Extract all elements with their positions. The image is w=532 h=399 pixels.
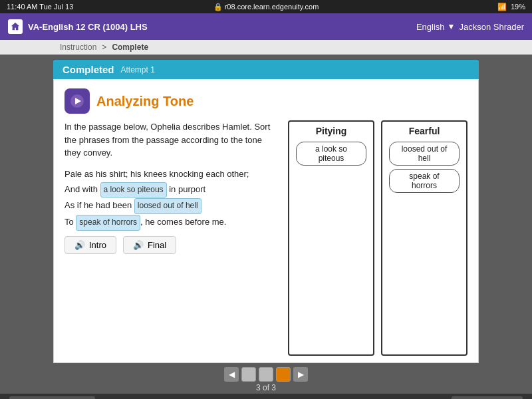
page-label: 3 of 3 [256, 383, 276, 392]
card-title: Analyzing Tone [96, 94, 194, 109]
next-activity-button[interactable]: Next Activity ▶ [452, 396, 523, 399]
page-controls: ◀ ▶ [224, 367, 308, 382]
passage-line-1: Pale as his shirt; his knees knocking ea… [65, 166, 277, 182]
page-1-indicator[interactable] [241, 367, 256, 382]
wifi-icon: 📶 [497, 3, 507, 11]
language-dropdown-icon: ▼ [448, 22, 456, 31]
top-nav-left: VA-English 12 CR (1004) LHS [8, 19, 148, 34]
fearful-column: Fearful loosed out of hell speak of horr… [381, 120, 467, 356]
pitying-column: Pitying a look so piteous [288, 120, 374, 356]
previous-activity-button[interactable]: ◀ Previous Activity [9, 396, 95, 399]
top-nav: VA-English 12 CR (1004) LHS English ▼ Ja… [0, 13, 532, 40]
passage-line-4: To speak of horrors, he comes before me. [65, 214, 277, 231]
pitying-header: Pitying [316, 126, 347, 136]
bottom-nav: ◀ Previous Activity Next Activity ▶ [0, 394, 532, 399]
card-header: Analyzing Tone [65, 88, 467, 114]
pagination-bar: ◀ ▶ 3 of 3 [0, 363, 532, 394]
passage-line-2: And with a look so piteous in purport [65, 182, 277, 198]
try-it-badge [70, 94, 84, 108]
language-label: English [416, 22, 445, 32]
fearful-header: Fearful [409, 126, 440, 136]
status-time: 11:40 AM Tue Jul 13 [7, 3, 73, 11]
intro-button[interactable]: 🔊 Intro [65, 236, 116, 254]
passage-line-3: As if he had been loosed out of hell [65, 198, 277, 214]
breadcrumb: Instruction > Complete [0, 40, 532, 55]
final-label: Final [148, 240, 166, 250]
instructions-section: In the passage below, Ophelia describes … [65, 120, 277, 356]
next-page-button[interactable]: ▶ [293, 367, 308, 382]
completed-banner: Completed Attempt 1 [53, 60, 479, 79]
speaker-icon: 🔊 [74, 240, 85, 250]
fearful-chip-1[interactable]: loosed out of hell [389, 142, 460, 166]
page-3-indicator[interactable] [276, 367, 291, 382]
instructions-text: In the passage below, Ophelia describes … [65, 120, 277, 160]
prev-page-button[interactable]: ◀ [224, 367, 239, 382]
course-title: VA-English 12 CR (1004) LHS [28, 22, 148, 32]
breadcrumb-instruction[interactable]: Instruction [60, 43, 96, 52]
attempt-label: Attempt 1 [121, 65, 155, 74]
card-body: In the passage below, Ophelia describes … [65, 120, 467, 356]
audio-row: 🔊 Intro 🔊 Final [65, 236, 277, 254]
final-button[interactable]: 🔊 Final [123, 236, 176, 254]
user-name: Jackson Shrader [459, 22, 524, 32]
activity-card: Analyzing Tone In the passage below, Oph… [53, 79, 479, 363]
intro-label: Intro [89, 240, 106, 250]
battery-indicator: 19% [511, 3, 525, 11]
try-it-icon [65, 88, 90, 114]
phrase-piteous[interactable]: a look so piteous [100, 182, 167, 198]
status-url: 🔒 r08.core.learn.edgenuity.com [213, 3, 319, 11]
top-nav-right: English ▼ Jackson Shrader [416, 22, 524, 32]
completed-label: Completed [63, 64, 114, 75]
breadcrumb-complete: Complete [112, 43, 148, 52]
pitying-chip-1[interactable]: a look so piteous [296, 142, 366, 166]
home-button[interactable] [8, 19, 23, 34]
breadcrumb-separator: > [102, 43, 106, 52]
phrase-loosed[interactable]: loosed out of hell [134, 198, 201, 214]
status-indicators: 📶 19% [497, 3, 525, 11]
passage-text: Pale as his shirt; his knees knocking ea… [65, 166, 277, 231]
tone-columns: Pitying a look so piteous Fearful loosed… [288, 120, 467, 356]
phrase-horrors[interactable]: speak of horrors [76, 215, 140, 231]
fearful-chip-2[interactable]: speak of horrors [389, 169, 460, 193]
page-2-indicator[interactable] [259, 367, 273, 382]
main-area: Completed Attempt 1 Analyzing Tone In th… [0, 55, 532, 363]
speaker-icon-final: 🔊 [133, 240, 144, 250]
language-selector[interactable]: English ▼ [416, 22, 456, 32]
status-bar: 11:40 AM Tue Jul 13 🔒 r08.core.learn.edg… [0, 0, 532, 13]
home-icon [11, 22, 20, 31]
